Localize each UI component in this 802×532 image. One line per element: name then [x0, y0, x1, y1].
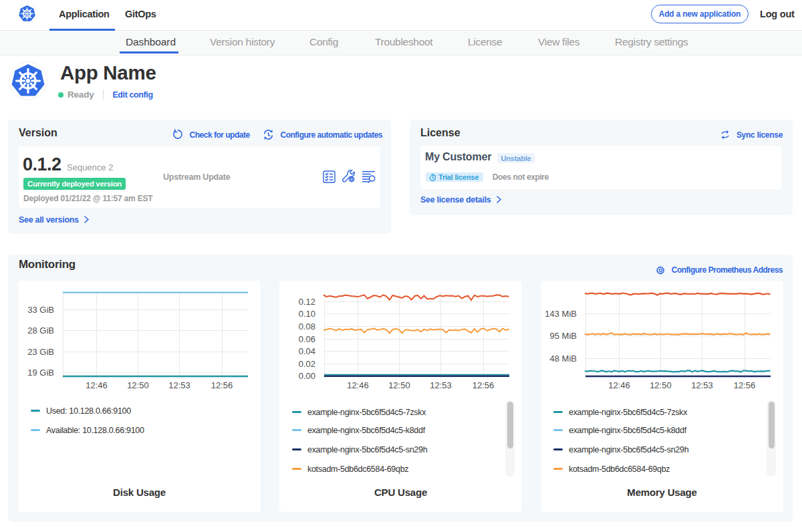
- svg-text:33 GiB: 33 GiB: [27, 305, 54, 315]
- svg-text:143 MiB: 143 MiB: [545, 309, 577, 319]
- svg-text:48 MiB: 48 MiB: [550, 354, 577, 364]
- svg-text:23 GiB: 23 GiB: [27, 347, 54, 357]
- svg-text:0.12: 0.12: [299, 297, 315, 307]
- svg-text:0.08: 0.08: [299, 321, 315, 331]
- svg-text:12:50: 12:50: [388, 380, 410, 390]
- svg-text:12:53: 12:53: [430, 380, 452, 390]
- svg-text:95 MiB: 95 MiB: [550, 331, 577, 341]
- svg-text:12:46: 12:46: [86, 380, 108, 390]
- svg-text:12:46: 12:46: [347, 380, 369, 390]
- svg-text:12:56: 12:56: [734, 380, 756, 390]
- svg-text:12:53: 12:53: [691, 380, 713, 390]
- svg-text:0.04: 0.04: [299, 346, 315, 356]
- svg-text:12:53: 12:53: [168, 380, 190, 390]
- svg-text:28 GiB: 28 GiB: [27, 325, 54, 336]
- svg-text:19 GiB: 19 GiB: [27, 368, 54, 378]
- svg-text:12:50: 12:50: [650, 380, 672, 390]
- svg-text:12:46: 12:46: [608, 380, 630, 390]
- svg-text:0.06: 0.06: [299, 334, 315, 344]
- svg-text:0.10: 0.10: [299, 309, 315, 319]
- svg-text:12:50: 12:50: [127, 380, 149, 390]
- svg-text:12:56: 12:56: [211, 380, 233, 390]
- svg-text:0.00: 0.00: [299, 371, 315, 381]
- svg-text:0.02: 0.02: [299, 359, 315, 369]
- svg-text:12:56: 12:56: [473, 380, 495, 390]
